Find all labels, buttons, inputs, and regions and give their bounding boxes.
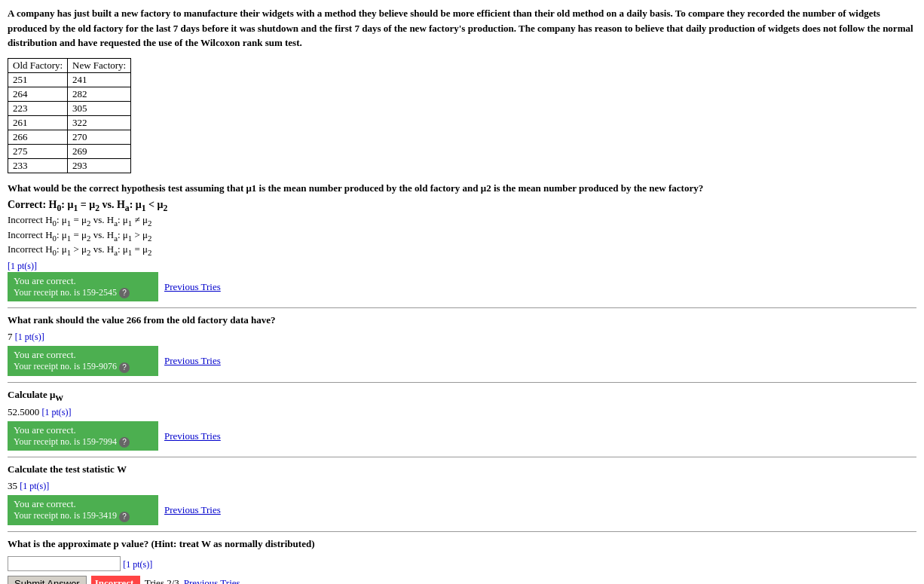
incorrect-hyp-1: Incorrect H0: μ1 = μ2 vs. Ha: μ1 ≠ μ2 <box>8 214 916 228</box>
q1-correct-box: You are correct. Your receipt no. is 159… <box>8 272 158 301</box>
q2-previous-tries[interactable]: Previous Tries <box>164 355 221 367</box>
q5-previous-tries[interactable]: Previous Tries <box>184 577 240 584</box>
q3-info-icon[interactable]: ? <box>119 437 130 448</box>
table-cell: 293 <box>68 158 131 173</box>
q4-feedback: You are correct. Your receipt no. is 159… <box>8 495 916 524</box>
q1-previous-tries[interactable]: Previous Tries <box>164 281 221 293</box>
table-cell: 251 <box>8 72 68 87</box>
col-header-new: New Factory: <box>68 58 131 72</box>
q3-feedback: You are correct. Your receipt no. is 159… <box>8 421 916 451</box>
q4-correct-line1: You are correct. <box>14 498 152 510</box>
col-header-old: Old Factory: <box>8 58 68 72</box>
q4-answer: 35 [1 pt(s)] <box>8 480 916 492</box>
q1-receipt: Your receipt no. is 159-2545 ? <box>14 287 152 298</box>
q3-previous-tries[interactable]: Previous Tries <box>164 430 221 442</box>
q2-receipt: Your receipt no. is 159-9076 ? <box>14 361 152 372</box>
p-value-input[interactable] <box>8 556 121 571</box>
incorrect-badge: Incorrect. <box>91 576 140 584</box>
question-3: Calculate μW <box>8 389 916 402</box>
table-cell: 266 <box>8 130 68 144</box>
q4-correct-box: You are correct. Your receipt no. is 159… <box>8 495 158 524</box>
divider-1 <box>8 307 916 308</box>
table-cell: 305 <box>68 101 131 115</box>
q2-info-icon[interactable]: ? <box>119 362 130 373</box>
q5-input-area: [1 pt(s)] <box>8 556 916 571</box>
q3-answer: 52.5000 [1 pt(s)] <box>8 406 916 418</box>
table-cell: 261 <box>8 115 68 130</box>
q1-info-icon[interactable]: ? <box>119 288 130 298</box>
table-cell: 223 <box>8 101 68 115</box>
hypothesis-options: Correct: H0: μ1 = μ2 vs. Ha: μ1 < μ2 Inc… <box>8 199 916 258</box>
table-cell: 269 <box>68 144 131 158</box>
q5-submit-row: Submit Answer Incorrect. Tries 2/3 Previ… <box>8 576 916 584</box>
correct-label: Correct: H0: μ1 = μ2 vs. Ha: μ1 < μ2 <box>8 199 167 210</box>
table-cell: 264 <box>8 87 68 101</box>
q1-correct-line1: You are correct. <box>14 275 152 287</box>
table-cell: 270 <box>68 130 131 144</box>
q4-previous-tries[interactable]: Previous Tries <box>164 504 221 516</box>
question-4: Calculate the test statistic W <box>8 463 916 475</box>
submit-answer-button[interactable]: Submit Answer <box>8 576 87 584</box>
q1-feedback: You are correct. Your receipt no. is 159… <box>8 272 916 301</box>
question-2: What rank should the value 266 from the … <box>8 314 916 326</box>
q4-receipt: Your receipt no. is 159-3419 ? <box>14 510 152 521</box>
q2-feedback: You are correct. Your receipt no. is 159… <box>8 346 916 375</box>
q2-answer: 7 [1 pt(s)] <box>8 331 916 343</box>
q3-correct-box: You are correct. Your receipt no. is 159… <box>8 421 158 451</box>
q2-correct-box: You are correct. Your receipt no. is 159… <box>8 346 158 375</box>
table-cell: 322 <box>68 115 131 130</box>
divider-2 <box>8 382 916 383</box>
incorrect-hyp-3: Incorrect H0: μ1 > μ2 vs. Ha: μ1 = μ2 <box>8 243 916 257</box>
table-cell: 275 <box>8 144 68 158</box>
question-5: What is the approximate p value? (Hint: … <box>8 538 916 550</box>
q4-info-icon[interactable]: ? <box>119 512 130 522</box>
incorrect-hyp-2: Incorrect H0: μ1 = μ2 vs. Ha: μ1 > μ2 <box>8 229 916 243</box>
correct-hypothesis: Correct: H0: μ1 = μ2 vs. Ha: μ1 < μ2 <box>8 199 916 213</box>
divider-4 <box>8 531 916 532</box>
q3-receipt: Your receipt no. is 159-7994 ? <box>14 436 152 448</box>
q2-correct-line1: You are correct. <box>14 349 152 361</box>
question-1: What would be the correct hypothesis tes… <box>8 182 916 194</box>
table-cell: 233 <box>8 158 68 173</box>
tries-count: Tries 2/3 <box>145 577 179 584</box>
q5-points: [1 pt(s)] <box>123 558 152 569</box>
q1-points: [1 pt(s)] <box>8 260 916 272</box>
q3-correct-line1: You are correct. <box>14 424 152 436</box>
data-table: Old Factory: New Factory: 25124126428222… <box>8 58 131 173</box>
intro-paragraph: A company has just built a new factory t… <box>8 6 916 50</box>
table-cell: 241 <box>68 72 131 87</box>
table-cell: 282 <box>68 87 131 101</box>
divider-3 <box>8 457 916 457</box>
